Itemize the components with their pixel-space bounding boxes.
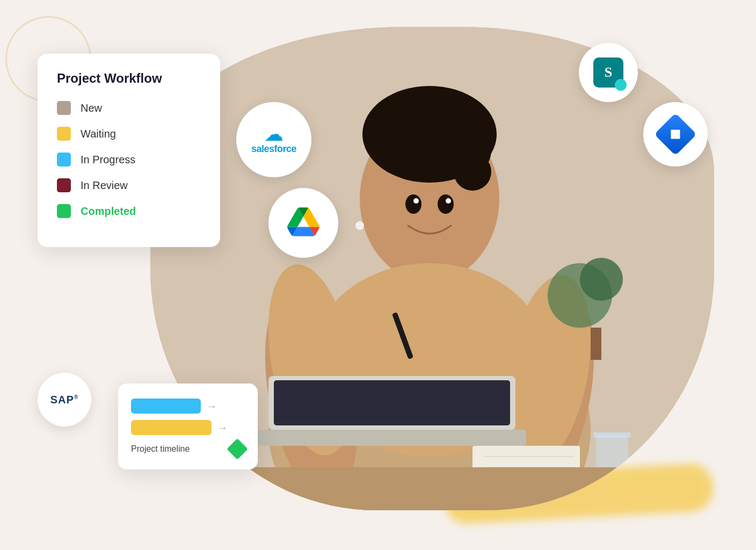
status-label-new: New (81, 102, 102, 114)
sharepoint-letter: S (605, 64, 612, 81)
timeline-card: → → Project timeline (118, 383, 258, 469)
google-drive-integration-bubble[interactable] (268, 188, 338, 258)
svg-point-29 (580, 258, 623, 301)
svg-point-5 (454, 153, 491, 191)
scene: Project Workflow New Waiting In Progress… (0, 0, 756, 550)
timeline-label: Project timeline (131, 444, 190, 454)
timeline-arrow-1: → (206, 400, 217, 412)
svg-point-15 (446, 198, 451, 204)
sharepoint-icon: S (593, 57, 623, 88)
status-label-waiting: Waiting (81, 128, 116, 140)
svg-rect-26 (593, 432, 631, 438)
sap-label: SAP® (50, 394, 79, 406)
svg-point-14 (413, 198, 419, 204)
salesforce-label: salesforce (251, 144, 296, 155)
status-item-in-review: In Review (57, 178, 201, 192)
svg-rect-19 (274, 380, 510, 425)
jira-icon (654, 113, 696, 155)
svg-point-16 (355, 221, 364, 230)
salesforce-logo: ☁ salesforce (251, 125, 296, 155)
timeline-arrow-2: → (217, 422, 228, 434)
status-item-new: New (57, 101, 201, 115)
status-label-completed: Completed (81, 205, 136, 218)
status-label-in-progress: In Progress (81, 154, 135, 166)
sap-logo: SAP® (50, 394, 79, 406)
timeline-diamond (227, 438, 248, 460)
workflow-card: Project Workflow New Waiting In Progress… (38, 54, 220, 247)
svg-point-13 (438, 194, 454, 214)
status-item-waiting: Waiting (57, 127, 201, 141)
timeline-bar-yellow (131, 420, 212, 435)
jira-inner-diamond (666, 125, 685, 143)
status-item-completed: Completed (57, 204, 201, 218)
status-dot-in-review (57, 178, 71, 192)
svg-point-12 (405, 194, 421, 214)
status-item-in-progress: In Progress (57, 153, 201, 167)
status-dot-waiting (57, 127, 71, 141)
sap-integration-bubble[interactable]: SAP® (38, 373, 91, 426)
timeline-label-row: Project timeline (131, 442, 245, 457)
svg-rect-17 (258, 430, 526, 446)
timeline-row-2: → (131, 420, 245, 435)
status-dot-completed (57, 204, 71, 218)
salesforce-cloud-icon: ☁ (251, 125, 296, 144)
timeline-bar-blue (131, 399, 201, 414)
timeline-row-1: → (131, 399, 245, 414)
google-drive-icon (287, 206, 319, 240)
status-dot-in-progress (57, 153, 71, 167)
svg-rect-30 (591, 328, 601, 360)
sharepoint-integration-bubble[interactable]: S (579, 43, 638, 102)
status-dot-new (57, 101, 71, 115)
jira-integration-bubble[interactable] (643, 102, 708, 167)
workflow-title: Project Workflow (57, 71, 201, 86)
status-label-in-review: In Review (81, 179, 128, 192)
salesforce-integration-bubble[interactable]: ☁ salesforce (236, 102, 311, 177)
